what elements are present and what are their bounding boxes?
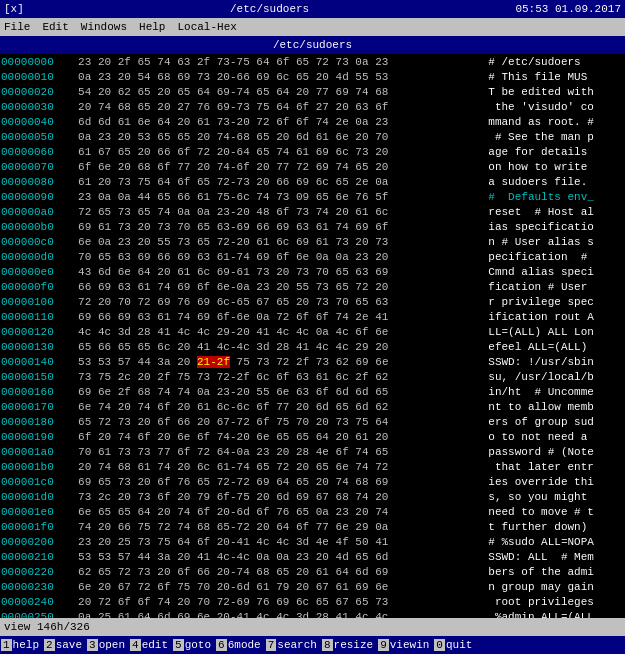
hex-cell: 6e 0a 23 20 55 73 65 72-20 61 6c 69 61 7…	[70, 234, 479, 249]
address-cell: 00000070	[0, 159, 70, 174]
address-cell: 00000040	[0, 114, 70, 129]
table-row: 0000015073 75 2c 20 2f 75 73 72-2f 6c 6f…	[0, 369, 625, 384]
hex-cell: 20 74 68 61 74 20 6c 61-74 65 72 20 65 6…	[70, 459, 479, 474]
hex-byte: 6e	[375, 356, 388, 368]
table-row: 000001706e 74 20 74 6f 20 61 6c-6c 6f 77…	[0, 399, 625, 414]
text-cell: LL=(ALL) ALL Lon	[487, 324, 625, 339]
content-area[interactable]: 0000000023 20 2f 65 74 63 2f 73-75 64 6f…	[0, 54, 625, 618]
separator-cell	[479, 294, 488, 309]
table-row: 0000002054 20 62 65 20 65 64 69-74 65 64…	[0, 84, 625, 99]
separator-cell	[479, 264, 488, 279]
separator-cell	[479, 99, 488, 114]
table-row: 000000c06e 0a 23 20 55 73 65 72-20 61 6c…	[0, 234, 625, 249]
separator-cell	[479, 234, 488, 249]
text-cell: a sudoers file.	[487, 174, 625, 189]
text-cell: bers of the admi	[487, 564, 625, 579]
text-cell: reset # Host al	[487, 204, 625, 219]
bottom-key-6[interactable]: 6	[216, 639, 227, 651]
text-cell: on how to write	[487, 159, 625, 174]
separator-cell	[479, 339, 488, 354]
hex-cell: 6d 6d 61 6e 64 20 61 73-20 72 6f 6f 74 2…	[70, 114, 479, 129]
menu-edit[interactable]: Edit	[42, 21, 68, 33]
bottom-key-0[interactable]: 0	[434, 639, 445, 651]
table-row: 000000f066 69 63 61 74 69 6f 6e-0a 23 20…	[0, 279, 625, 294]
menu-file[interactable]: File	[4, 21, 30, 33]
hex-cell: 6f 20 74 6f 20 6e 6f 74-20 6e 65 65 64 2…	[70, 429, 479, 444]
hex-byte: 69	[355, 356, 368, 368]
address-cell: 00000180	[0, 414, 70, 429]
bottom-key-2[interactable]: 2	[44, 639, 55, 651]
bottom-key-4[interactable]: 4	[130, 639, 141, 651]
bottom-key-8[interactable]: 8	[322, 639, 333, 651]
table-row: 000002500a 25 61 64 6d 69 6e 20-41 4c 4c…	[0, 609, 625, 618]
address-cell: 00000050	[0, 129, 70, 144]
bottom-label-goto: goto	[185, 639, 211, 651]
separator-cell	[479, 579, 488, 594]
text-cell: fication # User	[487, 279, 625, 294]
text-cell: Cmnd alias speci	[487, 264, 625, 279]
table-row: 000001f074 20 66 75 72 74 68 65-72 20 64…	[0, 519, 625, 534]
address-cell: 00000100	[0, 294, 70, 309]
table-row: 0000022062 65 72 73 20 6f 66 20-74 68 65…	[0, 564, 625, 579]
hex-cell: 74 20 66 75 72 74 68 65-72 20 64 6f 77 6…	[70, 519, 479, 534]
table-row: 000002306e 20 67 72 6f 75 70 20-6d 61 79…	[0, 579, 625, 594]
address-cell: 00000210	[0, 549, 70, 564]
app: [x] /etc/sudoers 05:53 01.09.2017 File E…	[0, 0, 625, 654]
address-cell: 00000230	[0, 579, 70, 594]
address-cell: 00000120	[0, 324, 70, 339]
text-cell: SSWD: ALL # Mem	[487, 549, 625, 564]
hex-cell: 66 69 63 61 74 69 6f 6e-0a 23 20 55 73 6…	[70, 279, 479, 294]
separator-cell	[479, 279, 488, 294]
text-cell: mmand as root. #	[487, 114, 625, 129]
separator-cell	[479, 534, 488, 549]
address-cell: 000001f0	[0, 519, 70, 534]
hex-cell: 23 0a 0a 44 65 66 61 75-6c 74 73 09 65 6…	[70, 189, 479, 204]
text-cell: # Defaults env_	[487, 189, 625, 204]
table-row: 000000406d 6d 61 6e 64 20 61 73-20 72 6f…	[0, 114, 625, 129]
separator-cell	[479, 444, 488, 459]
menu-windows[interactable]: Windows	[81, 21, 127, 33]
hex-cell: 69 66 69 63 61 74 69 6f-6e 0a 72 6f 6f 7…	[70, 309, 479, 324]
text-cell: ers of group sud	[487, 414, 625, 429]
table-row: 000001c069 65 73 20 6f 76 65 72-72 69 64…	[0, 474, 625, 489]
separator-cell	[479, 519, 488, 534]
text-cell: r privilege spec	[487, 294, 625, 309]
text-cell: n group may gain	[487, 579, 625, 594]
hex-byte: 73	[316, 356, 329, 368]
hex-cell: 61 67 65 20 66 6f 72 20-64 65 74 61 69 6…	[70, 144, 479, 159]
table-row: 0000013065 66 65 65 6c 20 41 4c-4c 3d 28…	[0, 339, 625, 354]
table-row: 000001d073 2c 20 73 6f 20 79 6f-75 20 6d…	[0, 489, 625, 504]
bottom-key-3[interactable]: 3	[87, 639, 98, 651]
separator-cell	[479, 159, 488, 174]
bottom-key-1[interactable]: 1	[1, 639, 12, 651]
hex-cell: 53 53 57 44 3a 20 21-2f 75 73 72 2f 73 6…	[70, 354, 479, 369]
table-row: 000000a072 65 73 65 74 0a 0a 23-20 48 6f…	[0, 204, 625, 219]
text-cell: that later entr	[487, 459, 625, 474]
text-cell: root privileges	[487, 594, 625, 609]
bottom-key-7[interactable]: 7	[266, 639, 277, 651]
separator-cell	[479, 129, 488, 144]
hex-cell: 73 75 2c 20 2f 75 73 72-2f 6c 6f 63 61 6…	[70, 369, 479, 384]
address-cell: 000000d0	[0, 249, 70, 264]
menu-local-hex[interactable]: Local-Hex	[177, 21, 236, 33]
hex-cell: 70 65 63 69 66 69 63 61-74 69 6f 6e 0a 0…	[70, 249, 479, 264]
bottom-key-5[interactable]: 5	[173, 639, 184, 651]
hex-cell: 0a 25 61 64 6d 69 6e 20-41 4c 4c 3d 28 4…	[70, 609, 479, 618]
menu-bar: File Edit Windows Help Local-Hex	[0, 18, 625, 36]
status-text: view 146h/326	[4, 618, 90, 636]
menu-help[interactable]: Help	[139, 21, 165, 33]
hex-cell: 23 20 2f 65 74 63 2f 73-75 64 6f 65 72 7…	[70, 54, 479, 69]
hex-cell: 0a 23 20 53 65 65 20 74-68 65 20 6d 61 6…	[70, 129, 479, 144]
table-row: 000000100a 23 20 54 68 69 73 20-66 69 6c…	[0, 69, 625, 84]
table-row: 0000009023 0a 0a 44 65 66 61 75-6c 74 73…	[0, 189, 625, 204]
hex-cell: 69 6e 2f 68 74 74 0a 23-20 55 6e 63 6f 6…	[70, 384, 479, 399]
separator-cell	[479, 144, 488, 159]
address-cell: 00000020	[0, 84, 70, 99]
separator-cell	[479, 174, 488, 189]
window-close-label[interactable]: [x]	[4, 3, 24, 15]
separator-cell	[479, 84, 488, 99]
bottom-key-9[interactable]: 9	[378, 639, 389, 651]
separator-cell	[479, 549, 488, 564]
datetime: 05:53 01.09.2017	[515, 3, 621, 15]
separator-cell	[479, 324, 488, 339]
